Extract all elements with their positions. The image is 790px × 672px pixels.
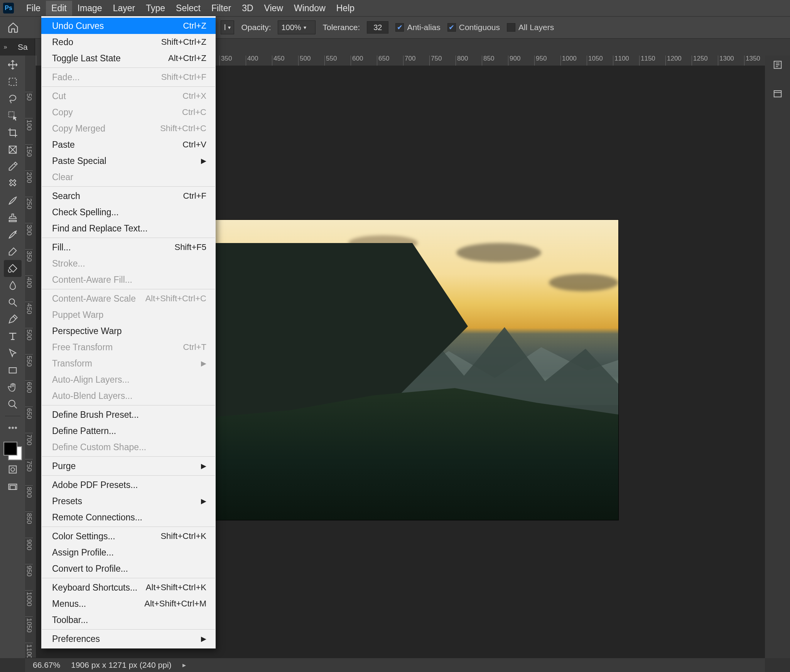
lasso-tool-icon[interactable] bbox=[4, 90, 22, 107]
toolbar-collapse-toggle[interactable]: » bbox=[0, 39, 11, 56]
document-tab[interactable]: Sa bbox=[11, 39, 35, 56]
menu-type[interactable]: Type bbox=[140, 1, 170, 16]
menu-item-toolbar[interactable]: Toolbar... bbox=[41, 612, 216, 628]
tools-panel bbox=[0, 55, 25, 658]
brush-tool-icon[interactable] bbox=[4, 192, 22, 209]
foreground-color-swatch[interactable] bbox=[3, 442, 17, 456]
menu-item-fill[interactable]: Fill...Shift+F5 bbox=[41, 239, 216, 255]
tolerance-input[interactable] bbox=[367, 21, 388, 34]
contiguous-checkbox[interactable]: ✔ Contiguous bbox=[447, 23, 500, 32]
edit-toolbar-button[interactable] bbox=[4, 419, 22, 436]
path-select-tool-icon[interactable] bbox=[4, 345, 22, 362]
ruler-tick: 950 bbox=[25, 564, 33, 590]
anti-alias-checkbox[interactable]: ✔ Anti-alias bbox=[395, 23, 440, 32]
eraser-tool-icon[interactable] bbox=[4, 243, 22, 260]
healing-tool-icon[interactable] bbox=[4, 175, 22, 192]
menu-item-color-settings[interactable]: Color Settings...Shift+Ctrl+K bbox=[41, 528, 216, 544]
menu-filter[interactable]: Filter bbox=[206, 1, 236, 16]
pen-tool-icon[interactable] bbox=[4, 311, 22, 328]
menu-item-label: Adobe PDF Presets... bbox=[52, 480, 138, 490]
menu-item-label: Check Spelling... bbox=[52, 207, 119, 218]
ruler-origin[interactable] bbox=[25, 55, 36, 66]
stamp-tool-icon[interactable] bbox=[4, 209, 22, 226]
all-layers-checkbox[interactable]: All Layers bbox=[507, 23, 554, 32]
hand-tool-icon[interactable] bbox=[4, 379, 22, 396]
menu-3d[interactable]: 3D bbox=[236, 1, 258, 16]
history-brush-tool-icon[interactable] bbox=[4, 226, 22, 243]
menu-item-label: Undo Curves bbox=[52, 21, 104, 31]
menu-window[interactable]: Window bbox=[289, 1, 331, 16]
menu-layer[interactable]: Layer bbox=[108, 1, 141, 16]
screen-mode-button[interactable] bbox=[4, 479, 22, 496]
libraries-panel-icon[interactable] bbox=[769, 85, 786, 102]
menu-item-presets[interactable]: Presets▶ bbox=[41, 493, 216, 509]
marquee-tool-icon[interactable] bbox=[4, 73, 22, 90]
menu-file[interactable]: File bbox=[21, 1, 46, 16]
ruler-tick: 350 bbox=[25, 249, 33, 275]
menu-item-keyboard-shortcuts[interactable]: Keyboard Shortcuts...Alt+Shift+Ctrl+K bbox=[41, 579, 216, 596]
edit-menu-dropdown: Undo CurvesCtrl+ZRedoShift+Ctrl+ZToggle … bbox=[41, 16, 216, 648]
frame-tool-icon[interactable] bbox=[4, 141, 22, 158]
menu-image[interactable]: Image bbox=[72, 1, 108, 16]
vertical-ruler[interactable]: 5010015020025030035040045050055060065070… bbox=[25, 66, 36, 658]
blend-mode-value: l bbox=[224, 23, 226, 32]
svg-point-2 bbox=[15, 427, 17, 429]
dodge-tool-icon[interactable] bbox=[4, 294, 22, 311]
learn-panel-icon[interactable] bbox=[769, 56, 786, 73]
menu-item-convert-to-profile[interactable]: Convert to Profile... bbox=[41, 561, 216, 577]
blur-tool-icon[interactable] bbox=[4, 277, 22, 294]
status-flyout-icon[interactable]: ▸ bbox=[182, 661, 186, 669]
menu-item-paste-special[interactable]: Paste Special▶ bbox=[41, 153, 216, 169]
menu-item-menus[interactable]: Menus...Alt+Shift+Ctrl+M bbox=[41, 596, 216, 612]
ruler-tick: 400 bbox=[25, 275, 33, 302]
crop-tool-icon[interactable] bbox=[4, 124, 22, 141]
menu-item-assign-profile[interactable]: Assign Profile... bbox=[41, 544, 216, 561]
menu-item-stroke: Stroke... bbox=[41, 255, 216, 272]
menu-item-copy-merged: Copy MergedShift+Ctrl+C bbox=[41, 120, 216, 137]
menu-item-define-brush-preset[interactable]: Define Brush Preset... bbox=[41, 407, 216, 423]
zoom-tool-icon[interactable] bbox=[4, 396, 22, 413]
menu-item-cut: CutCtrl+X bbox=[41, 88, 216, 104]
menu-item-preferences[interactable]: Preferences▶ bbox=[41, 631, 216, 647]
contiguous-label: Contiguous bbox=[459, 23, 500, 32]
type-tool-icon[interactable] bbox=[4, 328, 22, 345]
document-canvas[interactable] bbox=[209, 220, 618, 520]
quick-mask-button[interactable] bbox=[4, 461, 22, 478]
submenu-arrow-icon: ▶ bbox=[201, 497, 206, 505]
menu-item-remote-connections[interactable]: Remote Connections... bbox=[41, 509, 216, 525]
menu-edit[interactable]: Edit bbox=[46, 1, 72, 16]
menu-item-check-spelling[interactable]: Check Spelling... bbox=[41, 204, 216, 220]
menu-item-redo[interactable]: RedoShift+Ctrl+Z bbox=[41, 34, 216, 50]
ruler-tick: 500 bbox=[298, 55, 324, 66]
menu-item-define-pattern[interactable]: Define Pattern... bbox=[41, 423, 216, 439]
rectangle-tool-icon[interactable] bbox=[4, 362, 22, 379]
move-tool-icon[interactable] bbox=[4, 56, 22, 73]
ruler-tick: 650 bbox=[377, 55, 403, 66]
menu-select[interactable]: Select bbox=[170, 1, 206, 16]
menu-view[interactable]: View bbox=[259, 1, 289, 16]
menu-item-toggle-last-state[interactable]: Toggle Last StateAlt+Ctrl+Z bbox=[41, 50, 216, 66]
menu-item-label: Copy Merged bbox=[52, 123, 105, 134]
ruler-tick: 150 bbox=[25, 144, 33, 171]
menu-item-find-and-replace-text[interactable]: Find and Replace Text... bbox=[41, 220, 216, 236]
all-layers-label: All Layers bbox=[518, 23, 554, 32]
menu-help[interactable]: Help bbox=[331, 1, 360, 16]
menu-item-perspective-warp[interactable]: Perspective Warp bbox=[41, 323, 216, 339]
foreground-background-colors[interactable] bbox=[3, 442, 22, 460]
eyedropper-tool-icon[interactable] bbox=[4, 158, 22, 175]
check-icon: ✔ bbox=[395, 23, 404, 32]
menu-item-search[interactable]: SearchCtrl+F bbox=[41, 188, 216, 204]
menu-item-paste[interactable]: PasteCtrl+V bbox=[41, 137, 216, 153]
paint-bucket-tool-icon[interactable] bbox=[4, 260, 22, 277]
opacity-dropdown[interactable]: 100% ▾ bbox=[278, 20, 316, 34]
object-select-tool-icon[interactable] bbox=[4, 107, 22, 124]
zoom-level[interactable]: 66.67% bbox=[33, 660, 60, 670]
home-icon[interactable] bbox=[5, 19, 22, 36]
menu-item-purge[interactable]: Purge▶ bbox=[41, 458, 216, 474]
menu-item-undo-curves[interactable]: Undo CurvesCtrl+Z bbox=[41, 18, 216, 34]
app-logo: Ps bbox=[3, 3, 14, 14]
svg-rect-8 bbox=[774, 91, 781, 97]
menu-item-adobe-pdf-presets[interactable]: Adobe PDF Presets... bbox=[41, 477, 216, 493]
blend-mode-dropdown[interactable]: l ▾ bbox=[221, 20, 234, 34]
menu-separator bbox=[42, 186, 215, 187]
